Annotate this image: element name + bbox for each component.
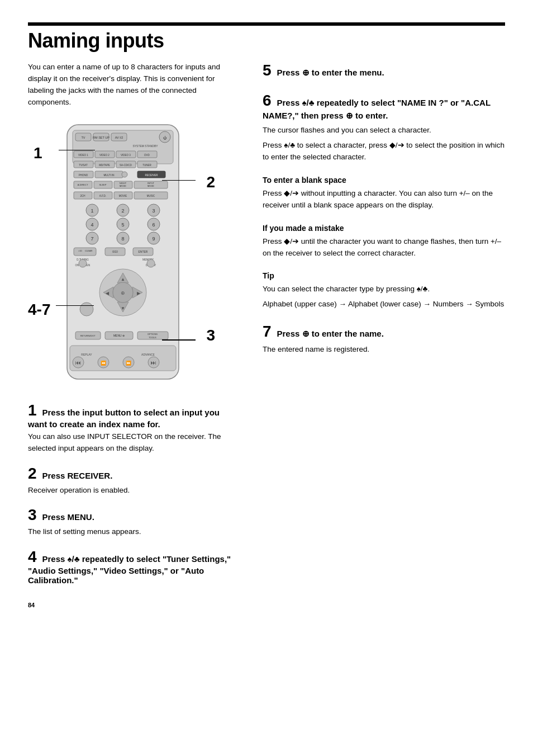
- blank-space-title: To enter a blank space: [263, 176, 505, 185]
- svg-text:RM SET UP: RM SET UP: [93, 136, 110, 139]
- svg-text:MENU ⊕: MENU ⊕: [113, 334, 125, 337]
- step-7-num: 7: [263, 323, 272, 340]
- svg-text:SLEEP: SLEEP: [99, 183, 107, 186]
- step-7-block: 7 Press ⊕ to enter the name. The entered…: [263, 323, 505, 356]
- svg-text:VIDEO 1: VIDEO 1: [78, 154, 88, 157]
- step-6-heading: Press ♠/♣ repeatedly to select "NAME IN …: [263, 98, 491, 120]
- right-column: 5 Press ⊕ to enter the menu. 6 Press ♠/♣…: [263, 62, 505, 608]
- intro-text: You can enter a name of up to 8 characte…: [28, 62, 240, 108]
- svg-text:▶: ▶: [137, 291, 141, 296]
- svg-text:1: 1: [91, 208, 93, 214]
- svg-text:⏭: ⏭: [151, 360, 156, 366]
- step-1-block: 1 Press the input button to select an in…: [28, 401, 240, 455]
- svg-text:TUNER: TUNER: [142, 164, 151, 167]
- svg-point-33: [122, 172, 127, 177]
- tip-body-2: Alphabet (upper case) → Alphabet (lower …: [263, 299, 505, 310]
- step-3-heading: Press MENU.: [42, 512, 94, 522]
- svg-text:⏮: ⏮: [75, 360, 81, 366]
- tip-label: Tip: [263, 271, 505, 280]
- step-2-heading: Press RECEIVER.: [42, 471, 112, 480]
- tip-body-1: You can select the character type by pre…: [263, 284, 505, 295]
- remote-svg: TV RM SET UP AV I/2 ⏻ SYSTEM STANDBY VID…: [61, 122, 184, 385]
- mistake-section: If you made a mistake Press ◆/➔ until th…: [263, 224, 505, 259]
- svg-text:MODE: MODE: [120, 185, 126, 187]
- step-7-heading: Press ⊕ to enter the name.: [277, 329, 383, 338]
- svg-text:MODE: MODE: [147, 185, 154, 187]
- svg-text:CLEAR: CLEAR: [85, 249, 92, 252]
- remote-step-label-1: 1: [34, 144, 42, 162]
- step-2-body: Receiver operation is enabled.: [28, 485, 240, 497]
- svg-text:MUSIC: MUSIC: [147, 195, 155, 197]
- callout-line-1: [59, 150, 95, 151]
- step-7-body: The entered name is registered.: [263, 344, 505, 356]
- svg-text:▼: ▼: [121, 306, 125, 311]
- page-number: 84: [28, 602, 240, 608]
- step-2-block: 2 Press RECEIVER. Receiver operation is …: [28, 465, 240, 497]
- svg-text:7: 7: [91, 236, 93, 242]
- svg-point-81: [79, 259, 87, 267]
- svg-text:2CH: 2CH: [80, 195, 85, 197]
- mistake-body: Press ◆/➔ until the character you want t…: [263, 236, 505, 259]
- svg-text:4: 4: [91, 222, 93, 228]
- step-5-block: 5 Press ⊕ to enter the menu.: [263, 62, 505, 79]
- svg-text:VIDEO 2: VIDEO 2: [99, 154, 110, 157]
- svg-point-94: [80, 303, 93, 316]
- callout-line-2: [162, 180, 196, 181]
- svg-point-82: [147, 259, 155, 267]
- svg-text:PHONO: PHONO: [79, 174, 88, 177]
- svg-text:REPLAY: REPLAY: [81, 353, 92, 356]
- step-3-num: 3: [28, 506, 37, 523]
- callout-line-47: [56, 305, 94, 306]
- left-steps: 1 Press the input button to select an in…: [28, 401, 240, 585]
- svg-text:ADVANCE: ADVANCE: [141, 353, 155, 356]
- svg-text:MD/TAPE: MD/TAPE: [99, 164, 110, 167]
- svg-text:9: 9: [152, 236, 155, 242]
- svg-text:◀: ◀: [106, 291, 110, 296]
- svg-text:RETURN/EXIT: RETURN/EXIT: [80, 334, 96, 337]
- svg-text:2: 2: [121, 208, 124, 214]
- step-5-num: 5: [263, 62, 272, 79]
- svg-text:MULTI IN: MULTI IN: [104, 174, 115, 177]
- svg-text:AV I/2: AV I/2: [115, 136, 123, 139]
- step-3-body: The list of setting menus appears.: [28, 526, 240, 538]
- step-1-heading: Press the input button to select an inpu…: [28, 408, 220, 429]
- svg-text:⏻: ⏻: [163, 136, 167, 140]
- step-3-block: 3 Press MENU. The list of setting menus …: [28, 506, 240, 538]
- svg-text:OPTIONS: OPTIONS: [147, 333, 158, 336]
- svg-text:TV: TV: [81, 136, 85, 139]
- svg-text:▲: ▲: [121, 277, 125, 282]
- step-6-block: 6 Press ♠/♣ repeatedly to select "NAME I…: [263, 92, 505, 163]
- svg-text:A.DIRECT: A.DIRECT: [78, 183, 88, 186]
- svg-text:TV/SAT: TV/SAT: [79, 164, 88, 167]
- svg-text:0/10: 0/10: [112, 250, 118, 253]
- step-4-block: 4 Press ♠/♣ repeatedly to select "Tuner …: [28, 548, 240, 585]
- svg-text:SA-CD/CD: SA-CD/CD: [120, 164, 132, 167]
- svg-text:A.F.D.: A.F.D.: [99, 195, 106, 197]
- svg-text:VIDEO 3: VIDEO 3: [121, 154, 131, 157]
- step-4-num: 4: [28, 548, 37, 565]
- svg-text:TOOLS: TOOLS: [149, 336, 156, 339]
- svg-text:3: 3: [152, 208, 155, 214]
- step-6-body2: Press ♠/♣ to select a character, press ◆…: [263, 140, 505, 163]
- step-4-heading: Press ♠/♣ repeatedly to select "Tuner Se…: [28, 554, 231, 585]
- step-5-heading: Press ⊕ to enter the menu.: [277, 68, 384, 77]
- tip-section: Tip You can select the character type by…: [263, 271, 505, 310]
- svg-text:⏩: ⏩: [126, 360, 131, 366]
- remote-step-label-2: 2: [206, 173, 215, 191]
- svg-text:⏪: ⏪: [101, 360, 106, 366]
- svg-text:⊕: ⊕: [121, 290, 125, 296]
- step-1-num: 1: [28, 401, 37, 419]
- svg-text:8: 8: [121, 236, 124, 242]
- svg-text:6: 6: [152, 222, 155, 228]
- svg-text:ENTER: ENTER: [139, 250, 148, 253]
- mistake-title: If you made a mistake: [263, 224, 505, 233]
- step-2-num: 2: [28, 465, 37, 482]
- svg-text:>10: >10: [78, 249, 83, 252]
- step-6-body: The cursor flashes and you can select a …: [263, 125, 505, 136]
- page-title: Naming inputs: [28, 22, 505, 53]
- svg-text:RECEIVER: RECEIVER: [145, 174, 158, 177]
- svg-rect-102: [70, 346, 176, 371]
- remote-step-label-3: 3: [206, 327, 215, 344]
- svg-text:MOVIE: MOVIE: [119, 195, 127, 197]
- svg-text:SYSTEM STANDBY: SYSTEM STANDBY: [132, 144, 158, 148]
